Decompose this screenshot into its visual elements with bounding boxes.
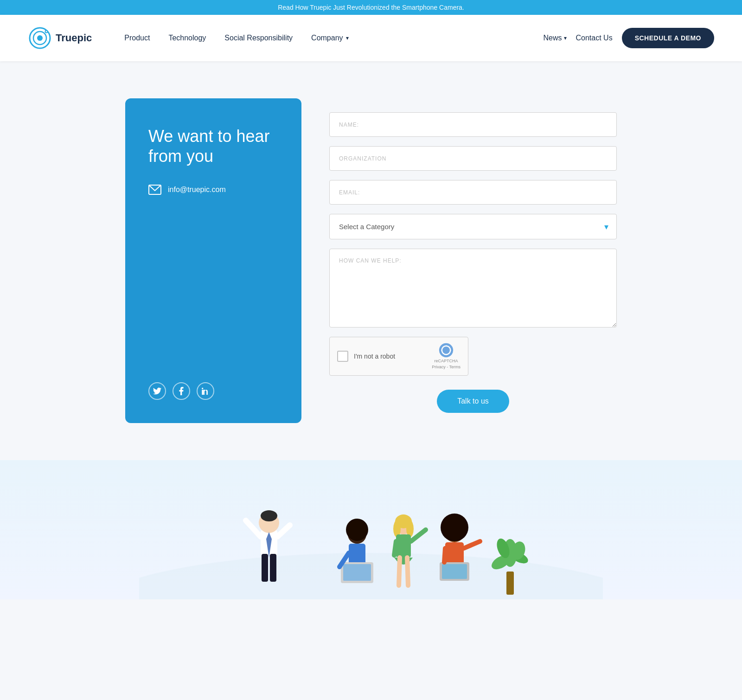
schedule-demo-button[interactable]: SCHEDULE A DEMO	[622, 28, 714, 48]
svg-rect-15	[270, 554, 276, 582]
logo-text: Truepic	[56, 32, 92, 44]
main-content: We want to hear from you info@truepic.co…	[116, 98, 626, 460]
recaptcha-checkbox[interactable]	[337, 351, 348, 362]
illustration-area	[0, 460, 742, 599]
recaptcha-logo-icon	[439, 343, 454, 358]
logo-icon	[28, 26, 52, 50]
recaptcha-widget[interactable]: I'm not a robot reCAPTCHA Privacy - Term…	[329, 337, 468, 376]
illustration-svg	[139, 488, 603, 599]
facebook-icon	[179, 387, 184, 395]
category-select-wrapper: Select a Category General Inquiry Sales …	[329, 214, 617, 239]
recaptcha-logo: reCAPTCHA Privacy - Terms	[432, 343, 461, 370]
nav-contact-us[interactable]: Contact Us	[576, 34, 613, 42]
svg-rect-26	[396, 534, 411, 558]
news-chevron-icon: ▾	[564, 35, 567, 41]
svg-rect-33	[445, 542, 464, 565]
main-nav: Product Technology Social Responsibility…	[115, 28, 543, 48]
contact-form: Select a Category General Inquiry Sales …	[329, 98, 617, 423]
twitter-icon	[153, 387, 161, 395]
email-input[interactable]	[329, 180, 617, 205]
contact-email: info@truepic.com	[168, 186, 226, 194]
contact-card: We want to hear from you info@truepic.co…	[125, 98, 301, 423]
nav-social-responsibility[interactable]: Social Responsibility	[215, 28, 302, 48]
facebook-button[interactable]	[173, 382, 190, 400]
email-row: info@truepic.com	[148, 185, 278, 195]
category-select[interactable]: Select a Category General Inquiry Sales …	[329, 214, 617, 239]
svg-rect-18	[349, 544, 365, 565]
banner-text: Read How Truepic Just Revolutionized the…	[278, 4, 464, 11]
svg-line-30	[407, 558, 408, 585]
svg-point-2	[37, 35, 43, 41]
recaptcha-label-2: Privacy - Terms	[432, 365, 461, 370]
nav-technology[interactable]: Technology	[159, 28, 215, 48]
submit-button[interactable]: Talk to us	[437, 390, 509, 413]
nav-product[interactable]: Product	[115, 28, 159, 48]
social-icons	[148, 354, 278, 400]
svg-point-17	[346, 519, 368, 541]
header: Truepic Product Technology Social Respon…	[0, 15, 742, 61]
svg-point-10	[261, 510, 277, 521]
company-chevron-icon: ▾	[346, 35, 349, 41]
recaptcha-label-1: reCAPTCHA	[435, 359, 458, 364]
email-icon	[148, 185, 161, 195]
svg-rect-35	[442, 564, 467, 579]
svg-point-6	[439, 343, 453, 357]
svg-rect-20	[343, 564, 371, 581]
svg-rect-14	[262, 554, 268, 582]
contact-title: We want to hear from you	[148, 126, 278, 166]
linkedin-icon	[202, 387, 209, 395]
svg-line-12	[277, 525, 290, 537]
svg-line-37	[444, 548, 445, 562]
svg-rect-38	[506, 572, 514, 595]
nav-right: News ▾ Contact Us SCHEDULE A DEMO	[543, 28, 714, 48]
svg-line-11	[246, 520, 261, 537]
svg-point-32	[441, 514, 468, 541]
message-textarea[interactable]	[329, 249, 617, 328]
svg-line-28	[394, 541, 396, 555]
svg-line-36	[464, 541, 480, 548]
nav-company[interactable]: Company ▾	[302, 28, 358, 48]
name-input[interactable]	[329, 112, 617, 137]
nav-news[interactable]: News ▾	[543, 34, 566, 42]
svg-point-4	[46, 31, 47, 32]
organization-input[interactable]	[329, 146, 617, 171]
twitter-button[interactable]	[148, 382, 166, 400]
linkedin-button[interactable]	[197, 382, 214, 400]
svg-line-29	[399, 558, 400, 585]
logo[interactable]: Truepic	[28, 26, 92, 50]
recaptcha-label: I'm not a robot	[354, 353, 426, 360]
top-banner: Read How Truepic Just Revolutionized the…	[0, 0, 742, 15]
